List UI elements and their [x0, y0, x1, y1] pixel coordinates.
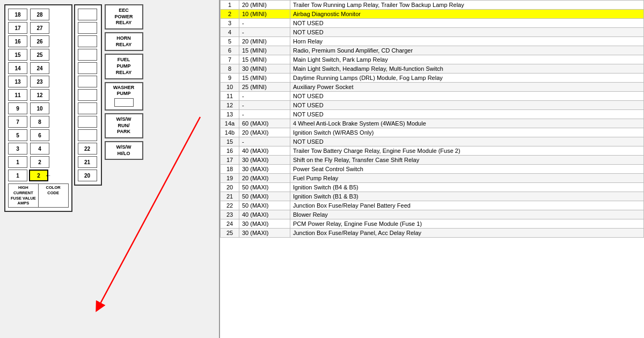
fuse-number: 6 — [221, 46, 239, 55]
fuse-amperage: 30 (MAXI) — [239, 165, 290, 174]
fuse-amperage: 50 (MAXI) — [239, 192, 290, 201]
fuse-amperage: - — [239, 110, 290, 119]
fuse-number: 2 — [221, 10, 239, 19]
fuse-number: 12 — [221, 101, 239, 110]
mid-fuse-section: 22 21 20 — [74, 4, 102, 186]
fuse-description: Ignition Switch (B1 & B3) — [290, 192, 644, 201]
fuse-cell: 21 — [78, 156, 97, 168]
fuse-amperage: 20 (MAXI) — [239, 128, 290, 137]
fuse-cell: 8 — [30, 116, 49, 128]
legend-color-code: COLORCODE — [39, 184, 68, 207]
fuse-number: 8 — [221, 64, 239, 74]
fuse-cell: 1 — [8, 156, 27, 168]
fuse-cell — [78, 9, 97, 20]
fuse-cell: 4 — [30, 143, 49, 155]
table-row: 14a60 (MAXI)4 Wheel Anti-Lock Brake Syst… — [221, 119, 644, 128]
wsw-hilo-relay: W/S/WHI/LO — [105, 141, 143, 160]
relay-column: EECPOWERRELAY HORNRELAY FUELPUMPRELAY WA… — [105, 4, 143, 160]
fuse-amperage: - — [239, 92, 290, 101]
table-row: 11-NOT USED — [221, 92, 644, 101]
fuse-description: Ignition Switch (W/RABS Only) — [290, 128, 644, 137]
left-fuse-grid: 18 28 17 27 16 26 15 25 14 24 13 23 11 1… — [8, 9, 69, 168]
fuse-number: 24 — [221, 219, 239, 229]
fuse-description: NOT USED — [290, 137, 644, 146]
table-row: 15-NOT USED — [221, 137, 644, 146]
fuse-amperage: 40 (MAXI) — [239, 210, 290, 219]
fuse-amperage: 15 (MINI) — [239, 55, 290, 64]
table-row: 520 (MINI)Horn Relay — [221, 37, 644, 46]
fuse-number: 14b — [221, 128, 239, 137]
fuse-cell — [78, 49, 97, 61]
fuse-number: 20 — [221, 183, 239, 192]
wsw-run-park-relay: W/S/WRUN/PARK — [105, 113, 143, 138]
table-row: 2340 (MAXI)Blower Relay — [221, 210, 644, 219]
fuse-number: 13 — [221, 110, 239, 119]
fuse-number: 15 — [221, 137, 239, 146]
fuse-number: 5 — [221, 37, 239, 46]
fuse-amperage: 15 (MINI) — [239, 74, 290, 83]
fuse-cell — [78, 129, 97, 141]
fuse-description: NOT USED — [290, 19, 644, 28]
eec-power-relay: EECPOWERRELAY — [105, 4, 143, 30]
fuse-cell — [78, 89, 97, 101]
fuse-cell: 27 — [30, 22, 49, 34]
table-row: 2050 (MAXI)Ignition Switch (B4 & B5) — [221, 183, 644, 192]
fuse-description: Trailer Tow Running Lamp Relay, Trailer … — [290, 1, 644, 10]
fuel-pump-relay: FUELPUMPRELAY — [105, 54, 143, 79]
fuse-amperage: 50 (MAXI) — [239, 183, 290, 192]
table-row: 1025 (MINI)Auxiliary Power Socket — [221, 83, 644, 92]
fuse-cell: 9 — [8, 102, 27, 114]
table-row: 1830 (MAXI)Power Seat Control Switch — [221, 165, 644, 174]
fuse-number: 25 — [221, 229, 239, 238]
table-row: 615 (MINI)Radio, Premium Sound Amplifier… — [221, 46, 644, 55]
fuse-description: Fuel Pump Relay — [290, 174, 644, 183]
fuse-description: Daytime Running Lamps (DRL) Module, Fog … — [290, 74, 644, 83]
fuse-amperage: 20 (MINI) — [239, 37, 290, 46]
fuse-number: 22 — [221, 201, 239, 210]
fuse-description: Auxiliary Power Socket — [290, 83, 644, 92]
fuse-amperage: 30 (MAXI) — [239, 229, 290, 238]
fuse-description: Blower Relay — [290, 210, 644, 219]
fuse-amperage: 60 (MAXI) — [239, 119, 290, 128]
fuse-description: Radio, Premium Sound Amplifier, CD Charg… — [290, 46, 644, 55]
fuse-cell: 14 — [8, 62, 27, 74]
fuse-cell: 24 — [30, 62, 49, 74]
fuse-table: 120 (MINI)Trailer Tow Running Lamp Relay… — [220, 0, 644, 238]
fuse-amperage: 30 (MAXI) — [239, 156, 290, 165]
fuse-cell: 12 — [30, 89, 49, 101]
fuse-amperage: - — [239, 28, 290, 37]
fuse-cell: 10 — [30, 102, 49, 114]
fuse-number: 23 — [221, 210, 239, 219]
fuse-amperage: - — [239, 101, 290, 110]
fuse-cell — [78, 116, 97, 128]
fuse-number: 3 — [221, 19, 239, 28]
fuse-number: 19 — [221, 174, 239, 183]
fuse-cell: 15 — [8, 49, 27, 61]
horn-relay: HORNRELAY — [105, 32, 143, 51]
fuse-number: 9 — [221, 74, 239, 83]
fuse-cell: 6 — [30, 129, 49, 141]
fuse-description: Power Seat Control Switch — [290, 165, 644, 174]
table-row: 1640 (MAXI)Trailer Tow Battery Charge Re… — [221, 146, 644, 156]
fuse-number: 4 — [221, 28, 239, 37]
fuse-cell — [78, 76, 97, 87]
table-row: 830 (MINI)Main Light Switch, Headlamp Re… — [221, 64, 644, 74]
fuse-cell: 3 — [8, 143, 27, 155]
fuse-cell: 23 — [30, 76, 49, 87]
fuse-number: 18 — [221, 165, 239, 174]
fuse-amperage: 10 (MINI) — [239, 10, 290, 19]
table-row: 14b20 (MAXI)Ignition Switch (W/RABS Only… — [221, 128, 644, 137]
table-row: 120 (MINI)Trailer Tow Running Lamp Relay… — [221, 1, 644, 10]
fuse-description: Junction Box Fuse/Relay Panel, Acc Delay… — [290, 229, 644, 238]
fuse-amperage: 40 (MAXI) — [239, 146, 290, 156]
fuse-description: Airbag Diagnostic Monitor — [290, 10, 644, 19]
fuse-number: 21 — [221, 192, 239, 201]
bottom-fuse-1: 1 — [8, 170, 27, 181]
table-row: 1920 (MAXI)Fuel Pump Relay — [221, 174, 644, 183]
fuse-cell: 5 — [8, 129, 27, 141]
table-row: 3-NOT USED — [221, 19, 644, 28]
table-row: 210 (MINI)Airbag Diagnostic Monitor — [221, 10, 644, 19]
fuse-amperage: - — [239, 137, 290, 146]
fuse-amperage: 20 (MINI) — [239, 1, 290, 10]
fuse-cell: 17 — [8, 22, 27, 34]
